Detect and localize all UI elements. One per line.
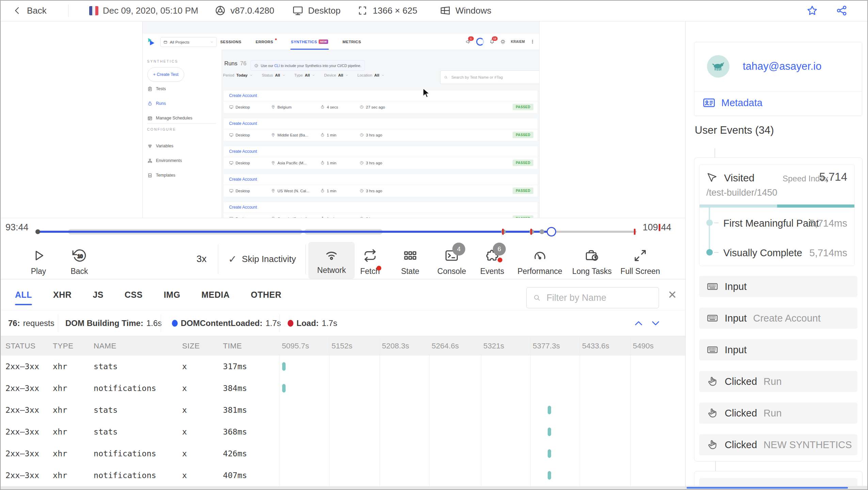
events-tool-button[interactable]: 6 Events bbox=[480, 248, 504, 276]
request-size: x bbox=[182, 471, 187, 480]
user-email-link[interactable]: tahay@asayer.io bbox=[743, 60, 821, 72]
metric-dash bbox=[714, 252, 719, 253]
os-label: Windows bbox=[455, 5, 491, 16]
filter-label: Status bbox=[262, 73, 273, 77]
player-timeline[interactable]: 93:44 109 44 bbox=[0, 218, 685, 239]
sidebar-item: Runs bbox=[147, 100, 192, 107]
network-request-row[interactable]: 2xx–3xx xhr stats x 381ms bbox=[0, 399, 685, 421]
user-event-item[interactable]: Input bbox=[699, 339, 857, 360]
request-type: xhr bbox=[53, 405, 67, 415]
network-request-row[interactable]: 2xx–3xx xhr stats x 317ms bbox=[0, 356, 685, 377]
run-card: Create Account Desktop Asia Pacific (M..… bbox=[224, 146, 537, 169]
performance-tool-button[interactable]: Performance bbox=[517, 248, 562, 276]
replayed-app-tabs: SESSIONS ERRORS SYNTHETICS NEW METRICS bbox=[220, 34, 361, 50]
fetch-tool-button[interactable]: Fetch bbox=[360, 248, 380, 276]
run-time-ago: 27 sec ago bbox=[366, 105, 385, 109]
user-event-item[interactable]: Input bbox=[699, 276, 857, 297]
notifications-badge: 13 bbox=[492, 36, 498, 41]
request-size: x bbox=[182, 362, 187, 371]
timeline-playhead[interactable] bbox=[547, 227, 556, 236]
network-filter-box[interactable] bbox=[526, 287, 659, 308]
run-time-ago: 3 hrs ago bbox=[366, 133, 382, 137]
back-10s-button[interactable]: Back bbox=[70, 248, 88, 276]
controls-divider bbox=[305, 245, 306, 274]
network-request-row[interactable]: 2xx–3xx xhr notifications x 407ms bbox=[0, 464, 685, 486]
user-event-item[interactable]: Input Create Account bbox=[699, 308, 857, 329]
network-tab[interactable]: JS bbox=[93, 279, 103, 310]
metric-label: Visually Complete bbox=[723, 247, 802, 259]
filter-label: Device bbox=[324, 73, 336, 77]
panel-scrollbar-thumb[interactable] bbox=[687, 487, 848, 489]
back-button[interactable]: Back bbox=[12, 0, 47, 21]
clock-icon bbox=[359, 161, 364, 165]
metric-row: First Meaningful Paint 5,714ms bbox=[700, 216, 854, 230]
keyboard-icon bbox=[707, 312, 718, 324]
play-button[interactable]: Play bbox=[31, 248, 46, 276]
network-table-body: 2xx–3xx xhr stats x 317ms 2xx–3xx xhr no… bbox=[0, 356, 685, 486]
expand-icon bbox=[633, 248, 648, 263]
sidebar-item-icon bbox=[147, 116, 152, 121]
request-waterfall-bar bbox=[548, 471, 551, 480]
end-error-marker bbox=[659, 224, 660, 231]
skip-inactivity-label: Skip Inactivity bbox=[242, 254, 296, 264]
network-tab[interactable]: ALL bbox=[15, 279, 32, 310]
run-duration: 1 min bbox=[327, 189, 336, 193]
network-request-row[interactable]: 2xx–3xx xhr notifications x 384ms bbox=[0, 377, 685, 399]
favorite-button[interactable] bbox=[806, 0, 818, 21]
network-tab[interactable]: MEDIA bbox=[202, 279, 230, 310]
user-event-item[interactable]: Clicked Run bbox=[699, 403, 857, 424]
error-marker[interactable] bbox=[634, 229, 636, 235]
request-time: 384ms bbox=[223, 383, 247, 393]
console-tool-button[interactable]: 4 Console bbox=[437, 248, 466, 276]
network-tab[interactable]: XHR bbox=[53, 279, 71, 310]
filter-dropdown: Status All bbox=[262, 73, 285, 77]
event-marker-dot[interactable] bbox=[540, 229, 544, 234]
horizontal-scrollbar-track[interactable] bbox=[0, 486, 685, 490]
network-tab[interactable]: IMG bbox=[164, 279, 180, 310]
stopwatch-icon bbox=[320, 105, 325, 109]
filter-label: Location bbox=[357, 73, 372, 77]
metadata-button[interactable]: Metadata bbox=[703, 95, 762, 111]
screen-size-icon bbox=[357, 5, 368, 16]
run-details: Desktop Middle East (Ba... 1 min 3 hrs a… bbox=[229, 129, 533, 141]
user-event-item[interactable]: Clicked NEW SYNTHETICS bbox=[699, 434, 857, 455]
share-button[interactable] bbox=[836, 0, 848, 21]
run-location: US West (N. Cal... bbox=[277, 189, 309, 193]
network-request-row[interactable]: 2xx–3xx xhr notifications x 426ms bbox=[0, 443, 685, 464]
controls-divider bbox=[218, 245, 218, 274]
jump-next-button[interactable] bbox=[649, 317, 662, 329]
user-events-panel: tahay@asayer.io Metadata User Events (34… bbox=[685, 21, 868, 490]
skip-inactivity-toggle[interactable]: ✓ Skip Inactivity bbox=[228, 253, 296, 265]
event-target: NEW SYNTHETICS bbox=[763, 439, 852, 451]
metric-label: First Meaningful Paint bbox=[723, 218, 819, 229]
close-panel-button[interactable]: × bbox=[664, 285, 680, 305]
gear-icon bbox=[500, 39, 506, 45]
filter-dropdown: Type All bbox=[294, 73, 316, 77]
network-tab[interactable]: OTHER bbox=[251, 279, 282, 310]
visited-event-card[interactable]: Visited Speed Index 5,714 /test-builder/… bbox=[699, 164, 855, 266]
waterfall-tick-label: 5152s bbox=[332, 336, 352, 356]
network-tool-button[interactable]: Network bbox=[308, 242, 355, 279]
jump-previous-button[interactable] bbox=[632, 317, 645, 329]
replayed-app-tab: METRICS bbox=[342, 34, 361, 50]
network-request-row[interactable]: 2xx–3xx xhr stats x 368ms bbox=[0, 421, 685, 443]
playback-speed-button[interactable]: 3x bbox=[196, 254, 207, 264]
state-tool-button[interactable]: State bbox=[401, 248, 419, 276]
network-filter-input[interactable] bbox=[546, 292, 653, 304]
windows-icon bbox=[439, 5, 451, 16]
test-search-input bbox=[451, 75, 540, 80]
run-card: Create Account Desktop US West (N. Cal..… bbox=[224, 174, 537, 197]
request-type: xhr bbox=[53, 449, 67, 458]
player-panel: 93:44 109 44 Play Back 3x ✓ Skip Inactiv… bbox=[0, 218, 685, 279]
full-screen-button[interactable]: Full Screen bbox=[621, 248, 660, 276]
error-marker[interactable] bbox=[502, 229, 504, 235]
run-time-ago: 3 hrs ago bbox=[366, 161, 382, 165]
network-tab[interactable]: CSS bbox=[125, 279, 143, 310]
long-tasks-tool-button[interactable]: Long Tasks bbox=[572, 248, 612, 276]
user-event-item[interactable]: Clicked Run bbox=[699, 371, 857, 392]
dom-content-loaded: DOMContentLoaded:1.7s bbox=[172, 310, 281, 336]
events-alert-dot bbox=[498, 258, 502, 262]
state-label: State bbox=[401, 267, 419, 276]
events-icon-wrap: 6 bbox=[485, 248, 500, 263]
error-marker[interactable] bbox=[530, 229, 532, 235]
